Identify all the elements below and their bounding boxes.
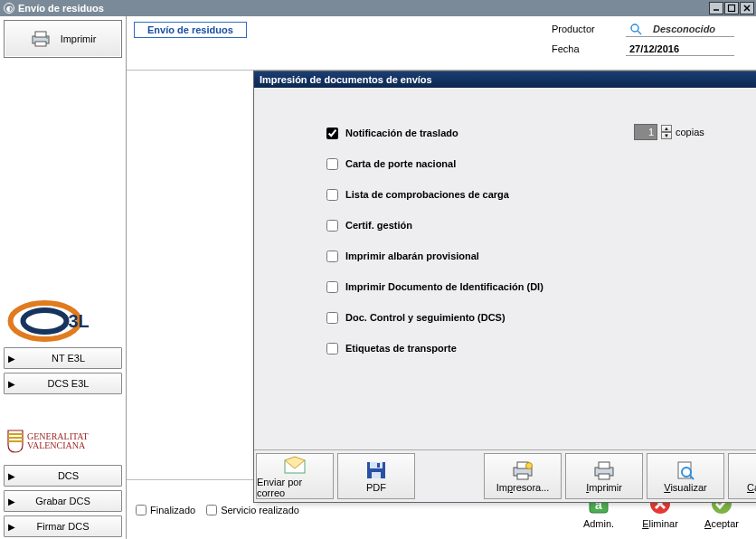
svg-rect-27	[377, 463, 380, 468]
fecha-label: Fecha	[552, 43, 615, 54]
close-button[interactable]	[740, 2, 754, 14]
maximize-button[interactable]	[724, 2, 739, 14]
svg-rect-34	[599, 474, 610, 479]
minimize-button[interactable]	[709, 2, 723, 14]
svg-rect-25	[370, 462, 383, 468]
sidebar-item-label: DCS E3L	[32, 378, 105, 389]
option-certif-checkbox[interactable]	[326, 220, 338, 232]
svg-rect-26	[372, 472, 381, 478]
sidebar-print-button[interactable]: Imprimir	[4, 20, 122, 58]
finalizado-checkbox[interactable]: Finalizado	[136, 505, 195, 515]
servicio-checkbox[interactable]: Servicio realizado	[206, 505, 299, 515]
print-dialog: Impresión de documentos de envíos Notifi…	[253, 71, 756, 503]
copies-label: copias	[676, 127, 704, 137]
mail-icon	[283, 455, 307, 475]
sidebar-item-dcs[interactable]: ▶ DCS	[4, 465, 122, 487]
option-etiquetas-checkbox[interactable]	[326, 343, 338, 355]
sidebar-item-grabar-dcs[interactable]: ▶ Grabar DCS	[4, 490, 122, 512]
copies-value[interactable]: 1	[634, 124, 657, 140]
fecha-value: 27/12/2016	[626, 43, 734, 56]
sidebar-item-nt-e3l[interactable]: ▶ NT E3L	[4, 347, 122, 369]
visualizar-button[interactable]: Visualizar	[647, 453, 724, 499]
window-title: Envío de residuos	[18, 3, 104, 14]
sidebar-item-firmar-dcs[interactable]: ▶ Firmar DCS	[4, 515, 122, 537]
svg-rect-1	[729, 5, 735, 12]
sidebar: Imprimir 3L ▶ NT E3L ▶ DCS E3L	[0, 16, 127, 539]
play-icon: ▶	[8, 379, 15, 389]
sidebar-print-label: Imprimir	[61, 33, 97, 44]
option-label: Doc. Control y seguimiento (DCS)	[345, 312, 506, 323]
productor-label: Productor	[552, 24, 615, 34]
svg-rect-33	[599, 462, 610, 468]
option-albaran-checkbox[interactable]	[326, 251, 338, 262]
play-icon: ▶	[8, 471, 15, 481]
generalitat-logo: GENERALITATVALENCIANA	[7, 423, 118, 459]
sidebar-item-label: Grabar DCS	[21, 496, 105, 506]
copies-down-icon[interactable]: ▼	[661, 132, 672, 139]
sidebar-item-label: Firmar DCS	[21, 521, 105, 532]
copies-stepper: 1 ▲ ▼ copias	[634, 124, 704, 140]
search-icon[interactable]	[629, 23, 642, 35]
svg-point-7	[46, 37, 48, 39]
svg-rect-6	[35, 42, 46, 46]
preview-icon	[674, 460, 697, 480]
save-disk-icon	[364, 460, 388, 480]
option-di-checkbox[interactable]	[326, 281, 338, 293]
app-icon: ◐	[4, 3, 14, 14]
copies-up-icon[interactable]: ▲	[661, 125, 672, 132]
printer-icon	[30, 31, 52, 47]
option-label: Etiquetas de transporte	[345, 343, 457, 354]
e3l-logo: 3L	[7, 300, 118, 342]
option-label: Lista de comprobaciones de carga	[345, 189, 509, 200]
svg-rect-11	[8, 433, 23, 435]
play-icon: ▶	[8, 522, 15, 532]
svg-line-15	[638, 31, 641, 34]
cancelar-button[interactable]: Cancelar	[728, 453, 756, 499]
printer-settings-icon	[511, 460, 534, 480]
play-icon: ▶	[8, 354, 15, 364]
imprimir-button[interactable]: Imprimir	[565, 453, 643, 499]
svg-rect-13	[8, 440, 23, 442]
option-label: Imprimir albarán provisional	[345, 251, 479, 261]
play-icon: ▶	[8, 496, 15, 506]
option-label: Notificación de traslado	[345, 128, 458, 138]
option-lista-checkbox[interactable]	[326, 189, 338, 201]
svg-rect-12	[8, 437, 23, 439]
option-notificacion-checkbox[interactable]	[326, 128, 338, 139]
dialog-title: Impresión de documentos de envíos	[254, 71, 756, 88]
impresora-button[interactable]: Impresora...	[484, 453, 562, 499]
svg-text:3L: 3L	[69, 311, 90, 331]
svg-rect-5	[35, 32, 46, 37]
sidebar-item-label: NT E3L	[32, 353, 105, 364]
option-dcs-checkbox[interactable]	[326, 312, 338, 324]
window-titlebar: ◐ Envío de residuos	[0, 0, 756, 16]
enviar-correo-button[interactable]: Enviar por correo	[256, 453, 334, 499]
pdf-button[interactable]: PDF	[337, 453, 415, 499]
content-header: Envío de residuos Productor Desconocido …	[127, 16, 756, 71]
svg-point-14	[631, 24, 638, 32]
svg-rect-30	[517, 474, 528, 479]
svg-point-9	[24, 310, 67, 332]
option-carta-porte-checkbox[interactable]	[326, 158, 338, 170]
svg-point-31	[526, 462, 533, 468]
sidebar-item-label: DCS	[32, 470, 105, 481]
option-label: Carta de porte nacional	[345, 158, 456, 169]
section-tab: Envío de residuos	[134, 22, 247, 38]
sidebar-item-dcs-e3l[interactable]: ▶ DCS E3L	[4, 373, 122, 394]
option-label: Certif. gestión	[345, 220, 412, 231]
productor-value: Desconocido	[653, 24, 715, 34]
option-label: Imprimir Documento de Identificación (DI…	[345, 281, 543, 292]
printer-icon	[592, 460, 616, 480]
